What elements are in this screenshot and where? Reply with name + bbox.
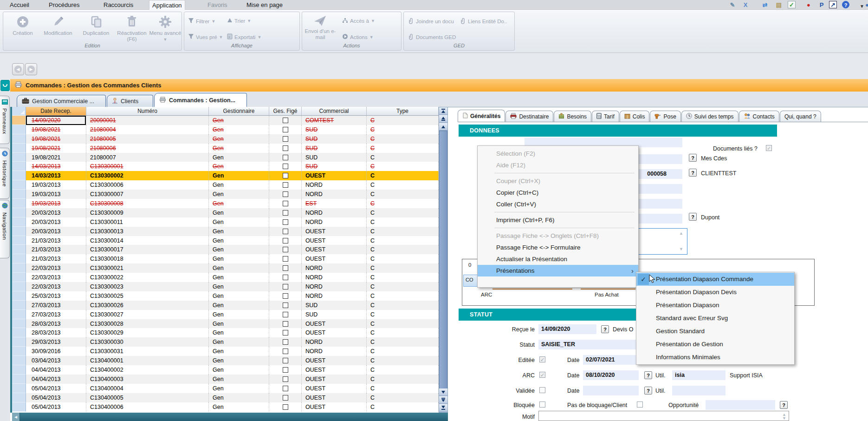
- grid-corner-header[interactable]: [12, 107, 26, 116]
- sidebar-tab-historique[interactable]: Historique: [0, 148, 10, 199]
- submenu-item-pr-sentation-diapason[interactable]: Présentation Diapason: [636, 299, 794, 312]
- grid-cell[interactable]: 19/08/2021: [26, 153, 86, 162]
- vues-pre-button[interactable]: Vues pré▼: [188, 33, 223, 40]
- row-selector[interactable]: [12, 134, 26, 144]
- grid-cell[interactable]: 19/03/2013: [26, 199, 86, 208]
- submenu-item-pr-sentation-de-gestion[interactable]: Présentation de Gestion: [636, 338, 794, 351]
- grid-vertical-scrollbar[interactable]: [439, 107, 448, 413]
- grid-cell[interactable]: Gen: [209, 144, 269, 153]
- grid-row[interactable]: 05/04/2013C130400005GenOUESTC: [12, 393, 439, 402]
- grid-cell[interactable]: 22/03/2013: [26, 263, 86, 273]
- grid-cell[interactable]: C: [367, 116, 439, 125]
- menu-item-raccourcis[interactable]: Raccourcis: [101, 0, 136, 10]
- filtrer-button[interactable]: Filtrer▼: [188, 18, 215, 25]
- grid-cell[interactable]: 19/08/2021: [26, 125, 86, 134]
- close-icon[interactable]: X: [741, 0, 750, 9]
- grid-cell[interactable]: [269, 273, 302, 282]
- arc-util-field[interactable]: isia: [672, 370, 725, 380]
- validee-date-field[interactable]: [583, 386, 639, 395]
- ges-fige-checkbox[interactable]: [283, 303, 288, 308]
- sidebar-tab-panneaux[interactable]: Panneaux: [0, 96, 10, 144]
- scroll-down-button[interactable]: [439, 388, 447, 396]
- grid-cell[interactable]: OUEST: [302, 245, 367, 254]
- grid-cell[interactable]: C130300023: [86, 282, 209, 291]
- row-selector[interactable]: [12, 180, 26, 190]
- submenu-item-gestion-standard[interactable]: Gestion Standard: [636, 325, 794, 338]
- grid-cell[interactable]: 19/08/2021: [26, 134, 86, 144]
- scroll-up-button[interactable]: [439, 123, 447, 131]
- grid-row[interactable]: 22/03/2013C130300022GenNORDC: [12, 273, 439, 282]
- grid-cell[interactable]: 20/03/2013: [26, 217, 86, 227]
- submenu-item-pr-sentation-diapason-commande[interactable]: ✓Présentation Diapason Commande: [636, 273, 794, 286]
- grid-cell[interactable]: Gen: [209, 263, 269, 273]
- grid-cell[interactable]: 19/03/2013: [26, 180, 86, 190]
- ges-fige-checkbox[interactable]: [283, 358, 288, 363]
- row-selector[interactable]: [12, 365, 26, 375]
- grid-cell[interactable]: [269, 144, 302, 153]
- grid-row[interactable]: 22/03/2013C130300021GenNORDC: [12, 263, 439, 273]
- grid-cell[interactable]: C: [367, 384, 439, 393]
- ges-fige-checkbox[interactable]: [283, 210, 288, 216]
- grid-cell[interactable]: C: [367, 236, 439, 245]
- arc-util-lookup-button[interactable]: ?: [644, 371, 652, 379]
- grid-row[interactable]: 19/08/202121080007GenSUDC: [12, 153, 439, 162]
- grid-cell[interactable]: Gen: [209, 199, 269, 208]
- ges-fige-checkbox[interactable]: [283, 386, 288, 391]
- detail-tab-contacts[interactable]: Contacts: [739, 111, 779, 122]
- grid-cell[interactable]: 28/03/2013: [26, 328, 86, 337]
- grid-cell[interactable]: Gen: [209, 162, 269, 171]
- grid-cell[interactable]: C: [367, 402, 439, 412]
- ges-fige-checkbox[interactable]: [283, 136, 288, 142]
- row-selector[interactable]: [12, 356, 26, 365]
- bloquee-checkbox[interactable]: [539, 401, 545, 408]
- grid-cell[interactable]: C130300014: [86, 236, 209, 245]
- grid-cell[interactable]: C130300006: [86, 180, 209, 190]
- exportation-button[interactable]: x Exportati▼: [227, 33, 261, 40]
- grid-cell[interactable]: OUEST: [302, 402, 367, 412]
- grid-cell[interactable]: 05/04/2013: [26, 393, 86, 402]
- menu-avance-button[interactable]: Menu avancé ▼: [148, 14, 182, 42]
- grid-cell[interactable]: [269, 208, 302, 217]
- grid-cell[interactable]: C130300008: [86, 199, 209, 208]
- row-selector[interactable]: [12, 310, 26, 319]
- editee-date-field[interactable]: 02/07/2021: [583, 355, 639, 365]
- grid-cell[interactable]: Gen: [209, 245, 269, 254]
- grid-cell[interactable]: 03/04/2013: [26, 356, 86, 365]
- context-menu-item-pr-sentations[interactable]: Présentations›: [478, 265, 638, 276]
- grid-cell[interactable]: 21080006: [86, 144, 209, 153]
- row-selector[interactable]: [12, 190, 26, 199]
- grid-cell[interactable]: [269, 291, 302, 301]
- grid-cell[interactable]: Gen: [209, 236, 269, 245]
- row-selector[interactable]: [12, 347, 26, 356]
- row-selector[interactable]: [12, 384, 26, 393]
- grid-cell[interactable]: Gen: [209, 301, 269, 310]
- grid-row[interactable]: 04/04/2013C130400003GenOUESTC: [12, 375, 439, 384]
- grid-cell[interactable]: C: [367, 273, 439, 282]
- hscroll-thumb[interactable]: [20, 413, 448, 421]
- collapse-panel-button[interactable]: [0, 80, 10, 91]
- grid-cell[interactable]: Gen: [209, 384, 269, 393]
- actions-button[interactable]: Actions▼: [342, 33, 374, 40]
- grid-cell[interactable]: [269, 236, 302, 245]
- trier-button[interactable]: Trier▼: [227, 18, 251, 24]
- grid-cell[interactable]: NORD: [302, 263, 367, 273]
- context-menu-item-coller-ctrl-v-[interactable]: Coller (Ctrl+V): [478, 198, 638, 210]
- grid-cell[interactable]: [269, 245, 302, 254]
- grid-cell[interactable]: C: [367, 263, 439, 273]
- signature-icon[interactable]: ✎: [728, 0, 737, 9]
- grid-row[interactable]: 21/03/2013C130300014GenOUESTC: [12, 236, 439, 245]
- grid-cell[interactable]: 04/04/2013: [26, 365, 86, 375]
- grid-cell[interactable]: [269, 227, 302, 236]
- grid-cell[interactable]: OUEST: [302, 384, 367, 393]
- column-header-3[interactable]: Gestionnaire: [209, 107, 269, 116]
- grid-row[interactable]: 19/03/2013C130300007GenNORDC: [12, 190, 439, 199]
- grid-cell[interactable]: C: [367, 365, 439, 375]
- submenu-item-pr-sentation-diapason-devis[interactable]: Présentation Diapason Devis: [636, 286, 794, 299]
- grid-cell[interactable]: C: [367, 328, 439, 337]
- row-selector[interactable]: [12, 393, 26, 402]
- grid-row[interactable]: 21/03/2013C130300018GenOUESTC: [12, 254, 439, 263]
- grid-cell[interactable]: SUD: [302, 301, 367, 310]
- grid-cell[interactable]: NORD: [302, 208, 367, 217]
- grid-cell[interactable]: Gen: [209, 116, 269, 125]
- opportunite-lookup-button[interactable]: ?: [780, 401, 788, 409]
